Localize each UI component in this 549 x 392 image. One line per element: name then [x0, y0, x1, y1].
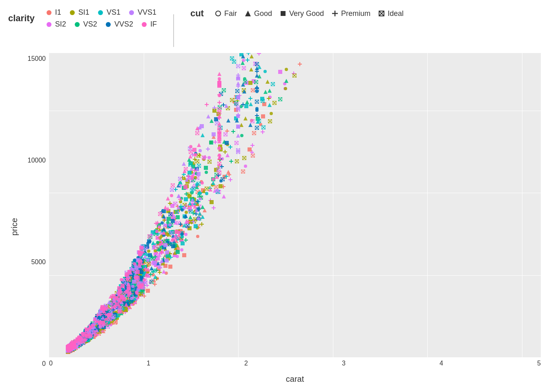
- good-symbol: [244, 10, 252, 17]
- svg-marker-2845: [206, 114, 210, 118]
- VS2-symbol: [74, 21, 81, 28]
- svg-rect-1176: [210, 200, 214, 204]
- scatter-point: [183, 169, 187, 173]
- scatter-point: [163, 205, 167, 209]
- scatter-point: [172, 238, 176, 242]
- scatter-point: [184, 232, 188, 236]
- scatter-point: [248, 81, 252, 85]
- svg-marker-1149: [249, 67, 253, 71]
- scatter-point: [146, 258, 150, 262]
- scatter-point: [163, 223, 167, 227]
- svg-rect-3457: [85, 334, 89, 339]
- scatter-point: [255, 89, 259, 94]
- svg-point-1061: [185, 211, 188, 214]
- svg-marker-1972: [151, 241, 155, 245]
- svg-point-888: [184, 233, 187, 236]
- scatter-point: [217, 83, 221, 87]
- svg-marker-2316: [241, 54, 245, 58]
- scatter-point: [217, 133, 221, 137]
- svg-marker-2409: [242, 89, 246, 94]
- scatter-point: [190, 174, 194, 178]
- svg-marker-2963: [163, 223, 167, 227]
- scatter-point: [217, 78, 221, 82]
- premium-symbol: [331, 10, 339, 17]
- VVS2-label: VVS2: [114, 20, 133, 29]
- scatter-point: [118, 310, 122, 314]
- VVS1-symbol: [128, 9, 135, 16]
- svg-rect-3402: [112, 294, 116, 298]
- svg-marker-3433: [81, 339, 85, 343]
- svg-rect-10: [281, 11, 286, 16]
- scatter-point: [206, 114, 210, 118]
- svg-marker-3401: [124, 303, 128, 307]
- scatter-point: [249, 67, 253, 71]
- scatter-point: [257, 53, 261, 56]
- svg-marker-1641: [188, 215, 192, 219]
- scatter-point: [160, 259, 164, 263]
- scatter-point: [292, 74, 297, 78]
- svg-point-2437: [219, 179, 223, 183]
- scatter-point: [137, 263, 141, 267]
- scatter-point: [241, 169, 245, 174]
- svg-marker-2224: [201, 133, 205, 137]
- legend-item-premium: Premium: [331, 9, 370, 18]
- IF-symbol: [141, 21, 148, 28]
- scatter-point: [107, 317, 112, 321]
- scatter-point: [194, 212, 198, 216]
- svg-rect-3140: [183, 185, 187, 189]
- scatter-point: [212, 206, 216, 210]
- x-tick-5: 5: [537, 360, 541, 367]
- x-tick-0: 0: [49, 360, 53, 367]
- svg-rect-1551: [204, 166, 208, 170]
- svg-rect-2576: [225, 141, 229, 145]
- scatter-point: [192, 168, 196, 172]
- svg-rect-3422: [121, 284, 125, 288]
- scatter-point: [165, 250, 169, 254]
- svg-rect-2015: [184, 197, 188, 201]
- legend-item-VVS1: VVS1: [128, 8, 156, 17]
- scatter-point: [165, 258, 169, 263]
- svg-rect-684: [278, 70, 282, 74]
- svg-point-1095: [284, 87, 287, 90]
- scatter-point: [219, 179, 223, 183]
- scatter-point: [193, 205, 197, 209]
- cut-legend-title: cut: [190, 8, 204, 19]
- scatter-point: [107, 313, 111, 317]
- legend-item-ideal: Ideal: [378, 9, 404, 18]
- svg-point-2899: [130, 297, 133, 300]
- svg-point-3456: [126, 278, 129, 281]
- svg-marker-3404: [139, 258, 143, 262]
- SI2-label: SI2: [55, 20, 66, 29]
- scatter-point: [200, 222, 204, 226]
- scatter-point: [185, 178, 189, 182]
- scatter-point: [195, 131, 199, 135]
- scatter-point: [183, 185, 187, 189]
- grid-line-h: [49, 111, 541, 111]
- scatter-point: [222, 194, 226, 198]
- legend-item-SI2: SI2: [45, 20, 66, 29]
- scatter-point: [224, 104, 228, 108]
- svg-point-3147: [138, 264, 141, 267]
- scatter-point: [184, 192, 188, 196]
- scatter-point: [255, 126, 259, 130]
- scatter-point: [127, 286, 131, 290]
- scatter-point: [236, 148, 240, 152]
- scatter-point: [185, 224, 190, 228]
- svg-marker-2442: [241, 82, 245, 87]
- svg-marker-3317: [160, 241, 164, 245]
- scatter-point: [193, 153, 197, 157]
- scatter-point: [201, 133, 205, 137]
- very-good-label: Very Good: [289, 9, 324, 18]
- svg-rect-1926: [181, 241, 185, 245]
- scatter-point: [134, 276, 138, 280]
- y-ticks: 15000 10000 5000 0: [20, 53, 49, 384]
- ideal-label: Ideal: [388, 9, 404, 18]
- scatter-point: [235, 118, 239, 122]
- scatter-point: [205, 192, 209, 196]
- scatter-point: [217, 171, 221, 175]
- scatter-point: [182, 172, 186, 176]
- scatter-point: [196, 234, 200, 238]
- scatter-point: [217, 94, 221, 98]
- scatter-point: [236, 114, 240, 118]
- VVS1-label: VVS1: [138, 8, 156, 17]
